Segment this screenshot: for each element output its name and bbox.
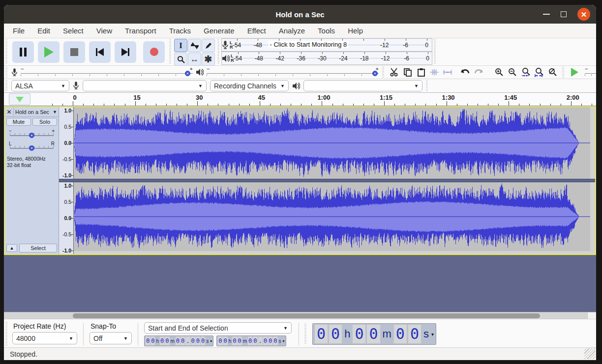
row3-end-grip[interactable] — [425, 80, 429, 91]
zoom-in-button[interactable] — [493, 66, 506, 78]
monitoring-hint[interactable]: - Click to Start Monitoring 8 — [269, 41, 349, 48]
title-bar[interactable]: Hold on a Sec ✕ — [4, 5, 596, 24]
close-icon[interactable]: ✕ — [577, 8, 590, 21]
menu-item-tools[interactable]: Tools — [318, 27, 335, 35]
zoom-toggle-button[interactable] — [546, 66, 559, 78]
chevron-down-icon[interactable]: ▾ — [210, 339, 212, 343]
collapse-track-button[interactable]: ▲ — [6, 244, 17, 252]
redo-button[interactable] — [472, 66, 485, 78]
track-pan-thumb[interactable] — [29, 145, 34, 151]
recording-volume-slider[interactable]: −+ — [21, 67, 193, 78]
menu-item-analyze[interactable]: Analyze — [279, 27, 305, 35]
play-button[interactable] — [38, 41, 60, 63]
pinned-play-head-button[interactable] — [9, 93, 30, 105]
zoom-fit-button[interactable] — [533, 66, 545, 78]
minimize-icon[interactable] — [543, 14, 550, 15]
playback-meter[interactable]: LR -54-48-42-36-30-24-18-12-60 — [221, 52, 432, 65]
skip-to-end-button[interactable] — [115, 41, 136, 63]
selection-toolbar-grip[interactable] — [4, 322, 9, 346]
selection-tool-button[interactable]: I — [174, 39, 187, 52]
play-at-speed-grip[interactable] — [561, 67, 566, 78]
audio-host-select[interactable]: ALSA ▼ — [11, 80, 69, 91]
zoom-out-icon — [508, 68, 517, 77]
timeline-label: 15 — [133, 94, 140, 101]
menu-item-tracks[interactable]: Tracks — [169, 27, 191, 35]
record-button[interactable] — [143, 41, 165, 63]
resize-grip-icon[interactable] — [584, 348, 595, 359]
tools-toolbar-grip[interactable] — [168, 39, 173, 64]
time-toolbar-grip[interactable] — [303, 324, 308, 344]
recording-device-select[interactable]: ▼ — [83, 80, 207, 91]
copy-button[interactable] — [401, 66, 414, 78]
zoom-selection-button[interactable] — [519, 66, 532, 78]
pause-button[interactable] — [12, 41, 34, 63]
snap-to-select[interactable]: Off ▼ — [90, 332, 132, 344]
track-close-icon[interactable]: ✕ — [5, 108, 14, 116]
selection-start-field[interactable]: 00h00m00.000s▾ — [144, 336, 213, 346]
horizontal-scrollbar-thumb[interactable] — [73, 313, 540, 318]
solo-button[interactable]: Solo — [32, 118, 57, 126]
transport-toolbar-grip[interactable] — [4, 39, 9, 64]
project-rate-select[interactable]: 48000 ▼ — [12, 332, 77, 344]
track-gain-slider[interactable]: −+ — [9, 128, 55, 140]
zoom-tool-button[interactable] — [174, 53, 187, 66]
audio-position-field[interactable]: 00h00m00s▾ — [312, 323, 436, 345]
trim-audio-button[interactable] — [428, 66, 441, 78]
chevron-down-icon[interactable]: ▾ — [431, 332, 434, 337]
edit-toolbar-grip[interactable] — [381, 67, 386, 78]
maximize-icon[interactable] — [561, 11, 567, 17]
multi-tool-button[interactable]: ✱ — [202, 53, 215, 66]
waveform-left[interactable] — [74, 107, 595, 179]
play-at-speed-button[interactable] — [568, 66, 581, 78]
menu-item-generate[interactable]: Generate — [204, 27, 235, 35]
undo-button[interactable] — [459, 66, 472, 78]
menu-item-help[interactable]: Help — [348, 27, 363, 35]
track-gain-thumb[interactable] — [29, 133, 34, 138]
track-name-menu[interactable]: Hold on a Sec ▼ — [14, 109, 59, 115]
track-pan-slider[interactable]: LR — [9, 141, 55, 153]
recording-meter-grip[interactable] — [216, 39, 221, 64]
meter-end-grip[interactable] — [433, 39, 437, 64]
playback-volume-slider[interactable]: −+ — [207, 67, 379, 78]
recording-channels-select[interactable]: Recording Channels ▼ — [210, 80, 289, 91]
channel-right[interactable]: 1.00.50.0-0.5-1.0 — [59, 182, 595, 254]
waveform-right[interactable] — [74, 182, 595, 254]
playback-device-select[interactable]: ▼ — [303, 80, 422, 91]
menu-item-edit[interactable]: Edit — [37, 27, 50, 35]
stop-button[interactable] — [63, 41, 85, 63]
vertical-ruler-left[interactable]: 1.00.50.0-0.5-1.0 — [59, 107, 74, 179]
mute-button[interactable]: Mute — [6, 118, 31, 126]
channel-left[interactable]: 1.00.50.0-0.5-1.0 — [59, 107, 595, 179]
selection-mode-select[interactable]: Start and End of Selection ▼ — [144, 322, 292, 334]
play-speed-slider[interactable]: −+ — [585, 67, 596, 78]
timeshift-tool-button[interactable]: ↔ — [188, 53, 201, 66]
timeline-ruler[interactable]: 01530451:001:151:301:452:00 — [4, 93, 596, 106]
silence-audio-button[interactable] — [441, 66, 454, 78]
recording-volume-thumb[interactable] — [185, 71, 190, 76]
menu-item-view[interactable]: View — [96, 27, 112, 35]
recording-meter[interactable]: LR -54-48-12-60- Click to Start Monitori… — [221, 38, 432, 52]
draw-tool-button[interactable] — [202, 39, 215, 52]
zoom-out-button[interactable] — [506, 66, 519, 78]
audio-track[interactable]: ✕ Hold on a Sec ▼ Mute Solo −+ LR — [4, 106, 596, 255]
cut-button[interactable] — [388, 66, 401, 78]
timeshift-tool-icon: ↔ — [190, 55, 199, 64]
menu-item-effect[interactable]: Effect — [247, 27, 266, 35]
horizontal-scrollbar[interactable] — [4, 312, 596, 319]
vertical-ruler-right[interactable]: 1.00.50.0-0.5-1.0 — [59, 182, 74, 254]
menu-item-transport[interactable]: Transport — [125, 27, 156, 35]
skip-to-start-icon — [96, 48, 104, 56]
track-area[interactable]: ✕ Hold on a Sec ▼ Mute Solo −+ LR — [4, 106, 596, 312]
playback-volume-thumb[interactable] — [372, 71, 378, 76]
mixer-toolbar-grip[interactable] — [4, 67, 9, 78]
selection-end-field[interactable]: 00h00m00.000s▾ — [216, 336, 286, 346]
device-toolbar-grip[interactable] — [4, 80, 9, 91]
menu-item-file[interactable]: File — [13, 27, 25, 35]
track-select-button[interactable]: Select — [19, 244, 57, 252]
chevron-down-icon[interactable]: ▾ — [283, 339, 285, 343]
envelope-tool-button[interactable] — [188, 39, 201, 52]
microphone-icon — [73, 81, 79, 90]
skip-to-start-button[interactable] — [89, 41, 111, 63]
paste-button[interactable] — [415, 66, 427, 78]
menu-item-select[interactable]: Select — [63, 27, 84, 35]
